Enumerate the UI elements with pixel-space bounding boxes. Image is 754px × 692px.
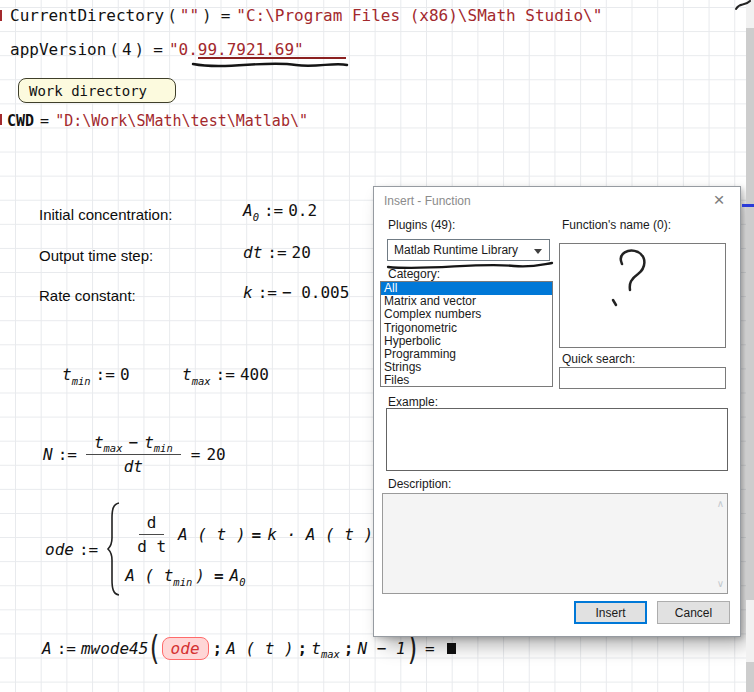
equals-sign: = bbox=[425, 639, 435, 658]
equals-sign: = bbox=[153, 40, 163, 59]
rhs: k · A ( t ) bbox=[267, 525, 373, 544]
system-brace bbox=[107, 502, 121, 596]
assign: := bbox=[58, 445, 77, 464]
separator: ; bbox=[344, 639, 354, 658]
insert-button[interactable]: Insert bbox=[574, 601, 647, 624]
close-paren: ) bbox=[408, 633, 418, 663]
ode-row-2: A ( tmin)=A0 bbox=[125, 566, 373, 585]
subscript: min bbox=[154, 442, 173, 454]
equals-sign: = bbox=[40, 112, 49, 130]
vertical-scrollbar-thumb[interactable] bbox=[746, 28, 754, 600]
subscript: 0 bbox=[239, 576, 245, 588]
value: − 0.005 bbox=[282, 283, 349, 302]
subscript: min bbox=[72, 375, 91, 387]
expr-tmin[interactable]: tmin:=0 bbox=[62, 365, 130, 384]
description-label: Description: bbox=[388, 477, 451, 491]
quick-search-label: Quick search: bbox=[562, 352, 635, 366]
a-of-t: A ( t ) bbox=[178, 525, 245, 544]
result: 20 bbox=[206, 445, 225, 464]
category-label: Category: bbox=[388, 267, 440, 281]
arg-a-of-t: A ( t ) bbox=[226, 639, 293, 658]
open-paren: ( bbox=[150, 633, 160, 663]
assign: := bbox=[267, 243, 286, 262]
variable: A bbox=[243, 201, 253, 220]
denominator: dt bbox=[124, 457, 143, 476]
assign: := bbox=[79, 540, 98, 559]
edge-red-mark bbox=[0, 114, 2, 125]
variable: k bbox=[243, 283, 253, 302]
ode-argument-box[interactable]: ode bbox=[162, 637, 209, 660]
a-of-tmin: A ( t bbox=[125, 566, 173, 585]
open-paren: ( bbox=[167, 6, 177, 25]
work-directory-button[interactable]: Work directory bbox=[18, 78, 176, 103]
expr-current-directory[interactable]: CurrentDirectory("")="C:\Program Files (… bbox=[10, 6, 602, 25]
red-underline bbox=[198, 57, 346, 59]
plugins-dropdown[interactable]: Matlab Runtime Library bbox=[387, 239, 550, 261]
expr-n[interactable]: N:= tmax−tmin dt =20 bbox=[43, 426, 226, 482]
function-name: appVersion bbox=[10, 40, 106, 59]
category-item[interactable]: Hyperbolic bbox=[381, 335, 552, 348]
expr-dt[interactable]: dt:=20 bbox=[243, 243, 311, 262]
arg-tmax: t bbox=[311, 639, 321, 658]
expr-a0[interactable]: A0:=0.2 bbox=[243, 201, 317, 220]
variable: dt bbox=[243, 243, 262, 262]
close-paren: ) bbox=[135, 40, 145, 59]
scroll-up-icon[interactable]: ∧ bbox=[717, 498, 724, 509]
expr-cwd[interactable]: CWD="D:\Work\SMath\test\Matlab\" bbox=[7, 112, 308, 130]
scroll-down-icon[interactable]: ∨ bbox=[717, 578, 724, 589]
variable: t bbox=[182, 365, 192, 384]
blue-edge-mark bbox=[742, 204, 754, 207]
separator: ; bbox=[213, 639, 223, 658]
minus: − bbox=[129, 433, 139, 452]
bool-equals: = bbox=[214, 566, 224, 585]
expr-tmax[interactable]: tmax:=400 bbox=[182, 365, 269, 384]
chevron-down-icon bbox=[534, 249, 542, 254]
cwd-variable: CWD bbox=[7, 112, 34, 130]
category-item[interactable]: Trigonometric bbox=[381, 322, 552, 335]
category-item[interactable]: Files bbox=[381, 374, 552, 387]
ode-row-1: d d t A ( t )=k · A ( t ) bbox=[125, 513, 373, 556]
assign: := bbox=[264, 201, 283, 220]
equals-sign: = bbox=[191, 445, 201, 464]
equals-sign: = bbox=[221, 6, 231, 25]
plugins-selected-value: Matlab Runtime Library bbox=[394, 243, 518, 257]
number-arg: 4 bbox=[122, 40, 132, 59]
category-item[interactable]: Complex numbers bbox=[381, 308, 552, 321]
dialog-titlebar[interactable]: Insert - Function bbox=[374, 187, 740, 215]
example-box[interactable] bbox=[386, 408, 728, 471]
label-output-time-step: Output time step: bbox=[39, 247, 153, 264]
example-label: Example: bbox=[388, 395, 438, 409]
category-list: All Matrix and vector Complex numbers Tr… bbox=[380, 281, 553, 387]
bool-equals: = bbox=[252, 525, 262, 544]
cancel-button[interactable]: Cancel bbox=[657, 601, 730, 624]
quick-search-input[interactable] bbox=[559, 367, 726, 389]
insert-function-dialog: Insert - Function × Plugins (49): Matlab… bbox=[373, 186, 741, 637]
expr-ode-system[interactable]: ode:= d d t A ( t )=k · A ( t ) A ( tmin… bbox=[45, 501, 373, 597]
subscript: max bbox=[104, 442, 123, 454]
expr-k[interactable]: k:=− 0.005 bbox=[243, 283, 349, 302]
variable: ode bbox=[45, 540, 74, 559]
d: d bbox=[147, 513, 157, 532]
dialog-title: Insert - Function bbox=[384, 194, 471, 208]
result-placeholder bbox=[447, 643, 456, 654]
a0-var: A bbox=[230, 566, 240, 585]
label-rate-constant: Rate constant: bbox=[39, 287, 136, 304]
assign: := bbox=[216, 365, 235, 384]
variable: N bbox=[43, 445, 53, 464]
description-box[interactable]: ∧ ∨ bbox=[382, 493, 728, 594]
fraction: tmax−tmin dt bbox=[86, 433, 181, 476]
subscript: max bbox=[192, 375, 211, 387]
value: 20 bbox=[292, 243, 311, 262]
value: 0.2 bbox=[288, 201, 317, 220]
function-name-list[interactable] bbox=[559, 243, 726, 348]
d-t: d t bbox=[137, 537, 166, 556]
scrollbar-down-button[interactable] bbox=[746, 662, 754, 692]
smath-studio-screen: CurrentDirectory("")="C:\Program Files (… bbox=[0, 0, 754, 692]
solver-function: mwode45 bbox=[81, 639, 148, 658]
t-var: t bbox=[144, 433, 154, 452]
subscript: min bbox=[173, 576, 192, 588]
function-name: CurrentDirectory bbox=[10, 6, 164, 25]
t-var: t bbox=[94, 433, 104, 452]
close-icon[interactable]: × bbox=[708, 189, 730, 211]
label-initial-concentration: Initial concentration: bbox=[39, 206, 172, 223]
